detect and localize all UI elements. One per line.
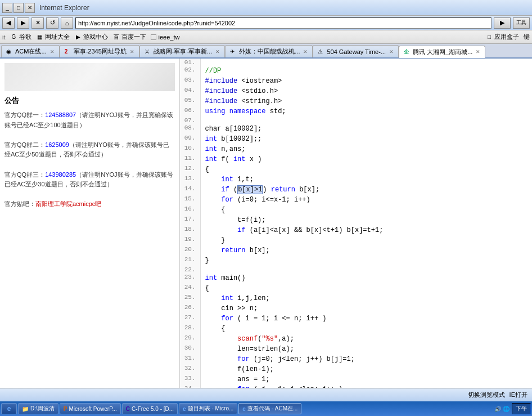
- tab-close-military[interactable]: ✕: [130, 49, 134, 55]
- code-content: char a[10002];: [200, 124, 532, 134]
- go-button[interactable]: ▶: [494, 17, 511, 29]
- tab-504[interactable]: ⚠ 504 Gateway Time-... ✕: [313, 45, 399, 57]
- qq2-link[interactable]: 1625009: [45, 141, 69, 148]
- tab-tencent[interactable]: 企 腾讯·大湘网_湖南城... ✕: [399, 46, 485, 58]
- code-content: {: [200, 283, 532, 293]
- bookmark-appbox-label: 应用盒子: [494, 33, 519, 41]
- sitemap-icon: ▦: [36, 33, 44, 41]
- close-button[interactable]: ✕: [25, 3, 35, 13]
- tab-close-carrier[interactable]: ✕: [303, 49, 308, 55]
- bookmark-key[interactable]: 键: [524, 33, 530, 41]
- table-row: 06. using namespace std;: [180, 106, 532, 117]
- code-content: //DP: [200, 66, 532, 76]
- tab-close-strategy[interactable]: ✕: [215, 49, 220, 55]
- code-content: int i,j,len;: [200, 293, 532, 303]
- tab-label-504: 504 Gateway Time-...: [327, 48, 386, 55]
- code-content: #include <stdio.h>: [200, 86, 532, 96]
- table-row: 20. return b[x];: [180, 245, 532, 256]
- window-controls[interactable]: _ □ ✕: [2, 3, 35, 13]
- code-content: f(len-1);: [200, 364, 532, 374]
- table-row: 25. int i,j,len;: [180, 293, 532, 303]
- code-content: return b[x];: [200, 245, 532, 256]
- tab-close-tencent[interactable]: ✕: [476, 49, 480, 55]
- tab-label-tencent: 腾讯·大湘网_湖南城...: [413, 48, 472, 56]
- line-num: 14.: [180, 185, 200, 195]
- tab-favicon-tencent: 企: [404, 48, 411, 55]
- line-num: 10.: [180, 144, 200, 154]
- table-row: 01.: [180, 59, 532, 66]
- table-row: 09. int b[10002];;: [180, 134, 532, 144]
- qq1-link[interactable]: 124588807: [45, 111, 76, 118]
- tab-carrier[interactable]: ✈ 外媒：中国舰载战机... ✕: [225, 45, 313, 57]
- tab-favicon-strategy: ⚔: [145, 48, 151, 55]
- bookmark-site-nav[interactable]: ▦ 网址大全: [36, 33, 70, 41]
- taskbar-cfree[interactable]: C C-Free 5.0 - [D...: [122, 403, 178, 414]
- tab-favicon-military: 2: [65, 48, 71, 55]
- baidu-icon: 百: [112, 33, 120, 41]
- bookmark-google[interactable]: G 谷歌: [10, 33, 31, 41]
- ie3-icon: e: [242, 406, 246, 412]
- line-num: 07.: [180, 117, 200, 124]
- bookmark-google-label: 谷歌: [19, 33, 31, 41]
- table-row: 17. t=f(i);: [180, 215, 532, 225]
- forward-button[interactable]: ▶: [17, 17, 29, 29]
- sidebar: 公告 官方QQ群一：124588807（请注明NYOJ账号，并且宽确保该账号已经…: [0, 59, 180, 388]
- bookmark-games[interactable]: ▶ 游戏中心: [74, 33, 108, 41]
- tab-military[interactable]: 2 军事-2345网址导航 ✕: [60, 45, 139, 57]
- tieba-link[interactable]: 南阳理工学院acmicpc吧: [35, 200, 101, 207]
- tab-close-504[interactable]: ✕: [389, 49, 394, 55]
- line-num: 27.: [180, 314, 200, 324]
- folder-icon: 📁: [22, 406, 29, 412]
- line-num: 12.: [180, 164, 200, 175]
- table-row: 19. }: [180, 235, 532, 245]
- tray-icons: 🔊 🌐: [494, 406, 510, 412]
- sidebar-banner: [4, 63, 175, 91]
- taskbar: e 📁 D:\周波清 P Microsoft PowerP... C C-Fre…: [0, 401, 532, 416]
- maximize-button[interactable]: □: [13, 3, 24, 13]
- tab-close-acm[interactable]: ✕: [50, 49, 55, 55]
- table-row: 02. //DP: [180, 66, 532, 76]
- code-content: {: [200, 324, 532, 334]
- refresh-button[interactable]: ↺: [46, 17, 58, 29]
- table-row: 27. for ( i = 1; i <= n; i++ ): [180, 314, 532, 324]
- switch-view-label[interactable]: 切换浏览模式: [468, 391, 505, 399]
- code-area[interactable]: 01. 02. //DP 03. #include <iostream> 04.…: [180, 59, 532, 388]
- taskbar-code-view[interactable]: e 查看代码 - ACM在...: [238, 403, 301, 414]
- qq3-link[interactable]: 143980285: [45, 171, 76, 178]
- bookmarks-bar: it G 谷歌 ▦ 网址大全 ▶ 游戏中心 百 百度一下 ieee_tw □ 应…: [0, 30, 532, 44]
- stop-button[interactable]: ✕: [31, 17, 44, 29]
- table-row: 05. #include <string.h>: [180, 96, 532, 106]
- back-button[interactable]: ◀: [2, 17, 15, 29]
- table-row: 15. for (i=0; i<=x-1; i++): [180, 195, 532, 205]
- line-num: 28.: [180, 324, 200, 334]
- tab-strategy[interactable]: ⚔ 战略网-军事-军事新... ✕: [139, 45, 226, 57]
- checkbox-ieee[interactable]: [151, 34, 156, 40]
- bookmark-baidu[interactable]: 百 百度一下: [112, 33, 146, 41]
- system-clock: 下午: [512, 403, 531, 414]
- code-content: int f( int x ): [200, 154, 532, 164]
- taskbar-explorer[interactable]: e: [1, 403, 17, 414]
- home-button[interactable]: ⌂: [61, 17, 73, 29]
- bookmark-ieee[interactable]: ieee_tw: [151, 34, 180, 41]
- bookmark-appbox[interactable]: □ 应用盒子: [485, 33, 519, 41]
- code-content: #include <iostream>: [200, 76, 532, 86]
- taskbar-problem-list[interactable]: e 题目列表 - Micro...: [179, 403, 237, 414]
- tab-acm[interactable]: ◉ ACM在线... ✕: [1, 45, 60, 57]
- minimize-button[interactable]: _: [2, 3, 12, 13]
- line-num: 13.: [180, 175, 200, 185]
- ie-open-label[interactable]: IE打开: [510, 391, 528, 399]
- address-bar[interactable]: http://acm.nyist.net/JudgeOnline/code.ph…: [75, 17, 492, 29]
- line-num: 26.: [180, 303, 200, 314]
- line-num: 23.: [180, 273, 200, 283]
- code-content: for ( j = 1; j <len; j++ ): [200, 384, 532, 388]
- bookmark-games-label: 游戏中心: [83, 33, 108, 41]
- table-row: 21. }: [180, 256, 532, 266]
- taskbar-powerpoint[interactable]: P Microsoft PowerP...: [60, 403, 121, 414]
- table-row: 14. if (b[x]>1) return b[x];: [180, 185, 532, 195]
- tab-favicon-504: ⚠: [318, 48, 324, 55]
- tools-button[interactable]: 工具: [513, 17, 530, 29]
- browser-title: Internet Explorer: [39, 4, 89, 12]
- table-row: 23. int main(): [180, 273, 532, 283]
- taskbar-folder[interactable]: 📁 D:\周波清: [18, 403, 58, 414]
- line-num: 09.: [180, 134, 200, 144]
